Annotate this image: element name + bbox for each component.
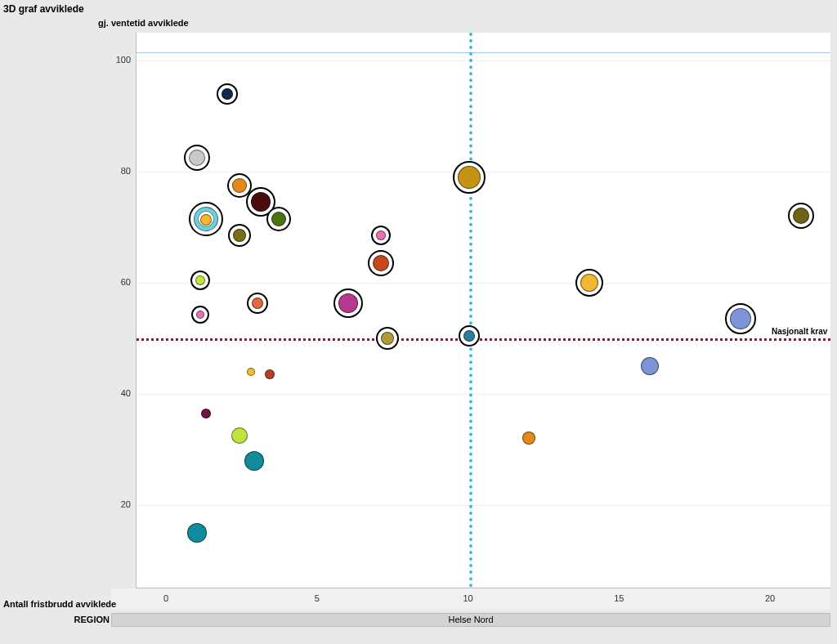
bubble [195, 275, 205, 285]
ref-line-label: Nasjonalt krav [772, 327, 827, 336]
y-tick-label: 100 [106, 55, 131, 65]
bubble [730, 308, 751, 329]
ref-line-vertical [469, 33, 472, 588]
bubble [265, 369, 275, 379]
x-tick-label: 20 [760, 593, 780, 603]
x-axis-label: Antall fristbrudd avviklede [3, 599, 116, 609]
bubble [271, 212, 286, 226]
x-tick-label: 0 [156, 593, 176, 603]
x-tick-label: 5 [307, 593, 327, 603]
region-label: REGION [64, 615, 110, 624]
y-axis-label: gj. ventetid avviklede [98, 18, 189, 28]
bubble [463, 330, 475, 342]
x-tick-label: 10 [459, 593, 478, 603]
bubble [201, 409, 211, 418]
gridline-y [137, 394, 830, 395]
gridline-y [137, 60, 830, 61]
plot-area [136, 33, 830, 588]
bubble [232, 178, 247, 193]
x-tick-label: 15 [609, 593, 629, 603]
bubble [187, 523, 207, 543]
bubble [522, 432, 535, 445]
chart-title: 3D graf avviklede [3, 3, 84, 15]
y-tick-label: 60 [106, 277, 131, 287]
bubble [641, 357, 659, 375]
bubble [222, 88, 233, 100]
bubble [373, 255, 389, 271]
bubble [338, 293, 358, 313]
gridline-y [137, 505, 830, 506]
bubble [793, 208, 809, 224]
bubble [200, 214, 212, 226]
ref-line-horizontal [137, 338, 830, 341]
bubble [580, 274, 598, 292]
y-tick-label: 80 [106, 166, 131, 176]
bubble [189, 150, 205, 166]
bubble [247, 368, 255, 376]
bubble [381, 332, 394, 345]
bubble [376, 230, 386, 240]
bubble [251, 192, 271, 212]
bubble [244, 451, 264, 471]
y-tick-label: 20 [106, 499, 131, 509]
region-bar: Helse Nord [111, 613, 830, 627]
gridline-y [137, 283, 830, 284]
bubble [196, 311, 204, 319]
bubble [252, 297, 263, 309]
bubble [233, 229, 246, 242]
y-tick-label: 40 [106, 388, 131, 398]
bubble [458, 166, 481, 189]
bubble [231, 427, 248, 444]
